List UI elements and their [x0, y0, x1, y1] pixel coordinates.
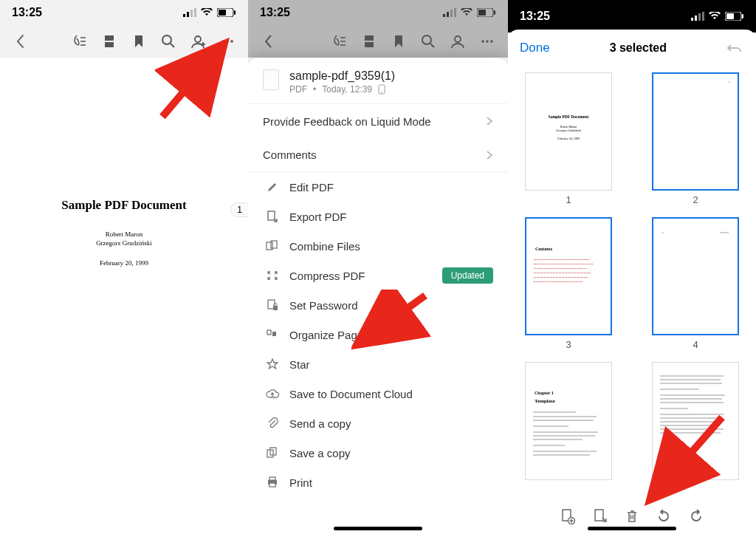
menu-compress-pdf[interactable]: Compress PDFUpdated [248, 261, 508, 290]
page-thumb-3[interactable]: Contents 3 [523, 217, 614, 350]
svg-rect-26 [494, 10, 495, 15]
svg-rect-0 [183, 14, 185, 17]
delete-page-icon[interactable] [625, 509, 639, 524]
liquid-mode-icon[interactable] [65, 27, 94, 56]
svg-point-14 [195, 36, 201, 42]
selection-title: 3 selected [550, 41, 726, 55]
svg-rect-24 [454, 8, 456, 17]
menu-organize-pages[interactable]: Organize Pages [248, 320, 508, 349]
svg-rect-45 [273, 306, 278, 310]
share-person-icon[interactable] [183, 27, 213, 56]
menu-save-copy[interactable]: Save a copy [248, 438, 508, 468]
menu-send-copy[interactable]: Send a copy [248, 408, 508, 438]
view-mode-icon[interactable] [354, 27, 384, 56]
status-right [183, 8, 236, 17]
home-indicator [588, 527, 676, 530]
document-date: February 20, 1999 [0, 259, 248, 267]
organize-icon [263, 329, 282, 341]
menu-feedback[interactable]: Provide Feedback on Liquid Mode [248, 104, 508, 138]
file-thumbnail [263, 69, 279, 90]
undo-icon[interactable] [726, 42, 744, 54]
updated-badge: Updated [442, 267, 493, 284]
rotate-right-icon[interactable] [689, 509, 704, 524]
home-indicator [334, 527, 422, 530]
svg-point-12 [162, 35, 171, 44]
menu-export-pdf[interactable]: Export PDF [248, 202, 508, 231]
menu-save-cloud[interactable]: Save to Document Cloud [248, 379, 508, 408]
cloud-upload-icon [263, 389, 282, 399]
svg-rect-52 [269, 483, 275, 487]
insert-page-icon[interactable] [560, 508, 575, 524]
share-person-icon[interactable] [443, 27, 472, 56]
status-right [443, 8, 496, 17]
svg-rect-32 [365, 42, 374, 47]
svg-point-38 [490, 40, 493, 43]
view-mode-icon[interactable] [94, 27, 124, 56]
page-thumb-4[interactable]: 4 [650, 217, 741, 350]
svg-rect-60 [726, 13, 734, 19]
svg-rect-5 [234, 10, 236, 15]
menu-combine-files[interactable]: Combine Files [248, 231, 508, 261]
chevron-right-icon [486, 116, 493, 126]
compress-icon [263, 270, 282, 281]
more-menu-icon[interactable] [213, 27, 242, 56]
star-icon [263, 358, 282, 370]
svg-point-19 [230, 40, 233, 43]
combine-icon [263, 240, 282, 252]
status-time: 13:25 [260, 6, 290, 19]
duplicate-icon [263, 447, 282, 459]
svg-rect-31 [365, 35, 374, 41]
back-button[interactable] [6, 27, 35, 56]
menu-comments[interactable]: Comments [248, 138, 508, 172]
svg-line-13 [171, 44, 174, 47]
status-time: 13:25 [520, 10, 550, 23]
svg-rect-6 [219, 10, 226, 16]
extract-page-icon[interactable] [593, 508, 608, 524]
done-button[interactable]: Done [520, 41, 550, 55]
bookmark-icon[interactable] [384, 27, 413, 56]
svg-rect-47 [272, 332, 276, 336]
status-time: 13:25 [12, 6, 42, 19]
more-menu-icon[interactable] [472, 27, 502, 56]
menu-set-password[interactable]: Set Password [248, 290, 508, 320]
search-icon[interactable] [413, 27, 443, 56]
svg-line-34 [430, 44, 434, 47]
file-meta: PDF • Today, 12:39 [289, 84, 493, 95]
printer-icon [263, 476, 282, 488]
chevron-right-icon [486, 150, 493, 160]
svg-point-36 [481, 40, 484, 43]
svg-rect-57 [702, 12, 704, 21]
page-thumb-2[interactable]: 2 [650, 72, 741, 205]
svg-rect-46 [267, 330, 271, 335]
search-icon[interactable] [154, 27, 183, 56]
page-thumb-5[interactable]: Chapter 1 Template [523, 362, 614, 480]
svg-rect-27 [478, 10, 486, 16]
document-title: Sample PDF Document [0, 198, 248, 213]
menu-star[interactable]: Star [248, 349, 508, 379]
svg-point-40 [381, 92, 382, 93]
svg-point-37 [486, 40, 489, 43]
rotate-left-icon[interactable] [656, 509, 671, 524]
svg-rect-21 [443, 14, 445, 17]
svg-rect-3 [194, 8, 196, 17]
svg-rect-41 [268, 211, 275, 220]
page-count-indicator: 1 [230, 202, 248, 217]
bookmark-icon[interactable] [124, 27, 154, 56]
svg-line-20 [162, 49, 220, 117]
page-thumb-1[interactable]: Sample PDF Document Robert Maron Grzegor… [523, 72, 614, 205]
svg-rect-11 [105, 42, 114, 47]
document-authors: Robert Maron Grzegorz Grudziński [0, 230, 248, 247]
menu-edit-pdf[interactable]: Edit PDF [248, 172, 508, 202]
svg-rect-55 [695, 16, 697, 21]
svg-rect-51 [269, 477, 275, 480]
back-button[interactable] [254, 27, 284, 56]
liquid-mode-icon[interactable] [325, 27, 354, 56]
status-right [691, 12, 744, 21]
paperclip-icon [263, 417, 282, 430]
svg-rect-22 [447, 12, 449, 17]
svg-rect-56 [698, 13, 701, 21]
svg-rect-1 [187, 12, 189, 17]
page-thumb-6[interactable] [650, 362, 741, 480]
menu-print[interactable]: Print [248, 468, 508, 497]
svg-point-18 [226, 40, 229, 43]
